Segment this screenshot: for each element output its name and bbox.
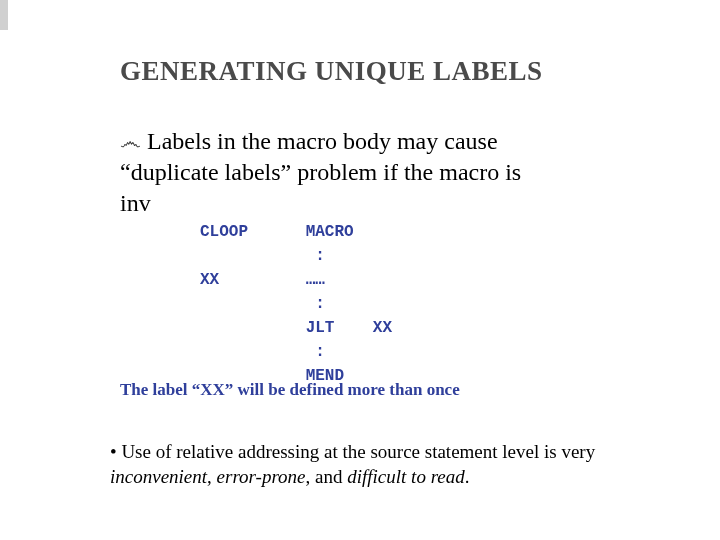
footer-paragraph: • Use of relative addressing at the sour… [110, 440, 660, 489]
code-l4: : [315, 295, 325, 313]
body-line-1: Labels in the macro body may cause [147, 128, 498, 154]
code-l2: : [315, 247, 325, 265]
code-l1-col2: MACRO [306, 223, 354, 241]
footer-em-3: difficult to read [347, 466, 465, 487]
code-l5-col1: JLT [306, 319, 335, 337]
slide-title: GENERATING UNIQUE LABELS [120, 56, 543, 87]
code-l5-col2: XX [373, 319, 392, 337]
bullet-glyph: ෴ [120, 128, 141, 157]
body-line-2: “duplicate labels” problem if the macro … [120, 159, 521, 185]
footer-sep-2: , and [306, 466, 348, 487]
code-l6: : [315, 343, 325, 361]
margin-decoration [0, 0, 8, 30]
slide: GENERATING UNIQUE LABELS ෴Labels in the … [0, 0, 720, 540]
code-l1-col1: CLOOP [200, 223, 248, 241]
footer-end: . [465, 466, 470, 487]
footer-pre: • Use of relative addressing at the sour… [110, 441, 595, 462]
body-paragraph: ෴Labels in the macro body may cause “dup… [120, 126, 660, 220]
footer-em-2: error-prone [217, 466, 306, 487]
body-line-3: inv [120, 190, 151, 216]
footer-sep-1: , [207, 466, 217, 487]
code-example: CLOOP MACRO : XX …… : JLT XX : MEND [200, 220, 392, 388]
code-caption: The label “XX” will be defined more than… [120, 380, 650, 400]
code-l3-col2: …… [306, 271, 325, 289]
footer-em-1: inconvenient [110, 466, 207, 487]
code-l3-col1: XX [200, 271, 219, 289]
